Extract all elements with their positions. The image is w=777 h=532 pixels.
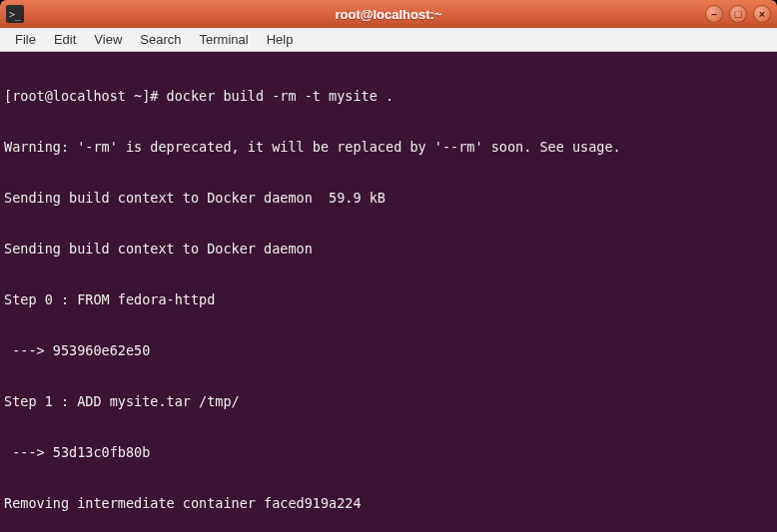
terminal-icon: >_ [6, 5, 24, 23]
terminal-line: Sending build context to Docker daemon [4, 241, 773, 258]
menubar: File Edit View Search Terminal Help [0, 28, 777, 52]
close-button[interactable]: × [753, 5, 771, 23]
terminal-line: Warning: '-rm' is deprecated, it will be… [4, 139, 773, 156]
maximize-button[interactable]: □ [729, 5, 747, 23]
menu-terminal[interactable]: Terminal [191, 29, 258, 50]
terminal-line: ---> 53d13c0fb80b [4, 444, 773, 461]
terminal-output[interactable]: [root@localhost ~]# docker build -rm -t … [0, 52, 777, 532]
window-title: root@localhost:~ [336, 7, 442, 22]
menu-search[interactable]: Search [131, 29, 190, 50]
window-controls: – □ × [705, 5, 771, 23]
terminal-line: Step 0 : FROM fedora-httpd [4, 291, 773, 308]
terminal-line: Step 1 : ADD mysite.tar /tmp/ [4, 393, 773, 410]
terminal-line: ---> 953960e62e50 [4, 342, 773, 359]
terminal-window: >_ root@localhost:~ – □ × File Edit View… [0, 0, 777, 532]
titlebar: >_ root@localhost:~ – □ × [0, 0, 777, 28]
menu-edit[interactable]: Edit [45, 29, 85, 50]
terminal-line: Sending build context to Docker daemon 5… [4, 190, 773, 207]
menu-file[interactable]: File [6, 29, 45, 50]
terminal-line: [root@localhost ~]# docker build -rm -t … [4, 88, 773, 105]
menu-help[interactable]: Help [258, 29, 303, 50]
terminal-line: Removing intermediate container faced919… [4, 495, 773, 512]
menu-view[interactable]: View [85, 29, 131, 50]
minimize-button[interactable]: – [705, 5, 723, 23]
